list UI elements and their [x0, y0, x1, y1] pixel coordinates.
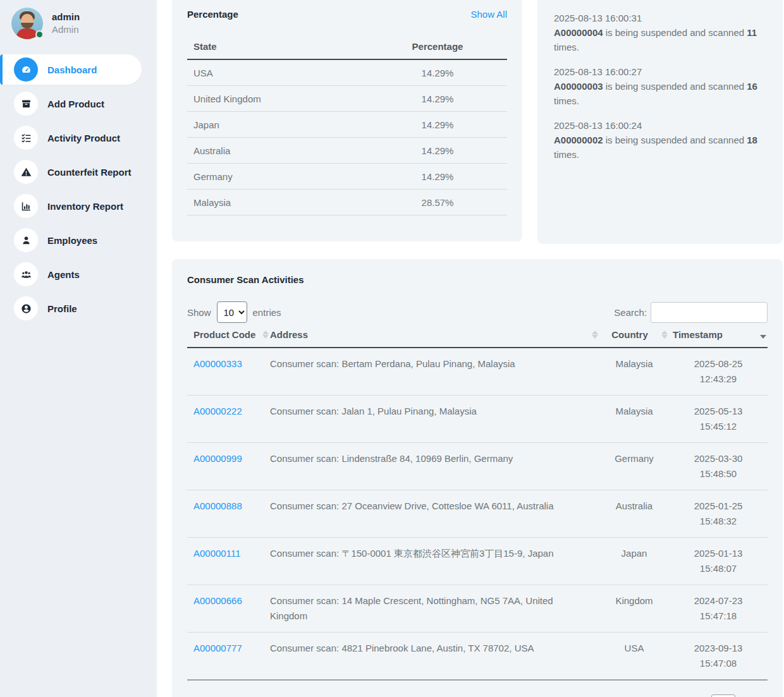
user-circle-icon: [14, 296, 38, 320]
sidebar-item-label: Agents: [47, 269, 80, 280]
percentage-panel-title: Percentage: [187, 9, 238, 20]
column-header-timestamp[interactable]: Timestamp: [669, 328, 768, 341]
sidebar-item-label: Profile: [47, 303, 77, 314]
feed-entry: 2025-08-13 16:00:31 A00000004 is being s…: [554, 11, 766, 54]
task-list-icon: [14, 126, 38, 150]
main-content: Percentage Show All State Percentage USA…: [172, 0, 783, 697]
table-row: Malaysia 28.57%: [187, 190, 507, 215]
person-icon: [14, 228, 38, 252]
sidebar-item-dashboard[interactable]: Dashboard: [0, 54, 142, 85]
timestamp-cell: 2024-07-2315:47:18: [669, 585, 768, 632]
sidebar: admin Admin Dashboard Add Product: [0, 0, 157, 697]
consumer-scan-panel: Consumer Scan Activities Show 10 entries…: [172, 259, 783, 697]
product-code-link[interactable]: A00000777: [193, 643, 242, 653]
column-header-percentage: Percentage: [368, 41, 507, 52]
table-row: A00000999 Consumer scan: Lindenstraße 84…: [187, 443, 768, 490]
feed-timestamp: 2025-08-13 16:00:31: [554, 11, 766, 25]
column-header-product-code[interactable]: Product Code: [187, 328, 270, 341]
table-row: A00000666 Consumer scan: 14 Maple Cresce…: [187, 585, 768, 633]
scan-table-header: Product Code Address Country Timestamp: [187, 328, 768, 348]
country-cell: Malaysia: [599, 348, 669, 395]
country-cell: USA: [599, 633, 669, 679]
feed-entry: 2025-08-13 16:00:27 A00000003 is being s…: [554, 64, 766, 108]
address-cell: Consumer scan: Jalan 1, Pulau Pinang, Ma…: [270, 396, 599, 442]
percentage-table: State Percentage USA 14.29% United Kingd…: [187, 41, 507, 215]
entries-label: entries: [253, 307, 281, 318]
feed-entry: 2025-08-13 16:00:24 A00000002 is being s…: [554, 118, 766, 162]
address-cell: Consumer scan: Lindenstraße 84, 10969 Be…: [270, 443, 599, 490]
timestamp-cell: 2025-05-1315:45:12: [669, 396, 768, 442]
feed-message: A00000003 is being suspended and scanned…: [554, 79, 766, 108]
sidebar-item-label: Dashboard: [47, 64, 97, 75]
sidebar-item-employees[interactable]: Employees: [0, 225, 142, 255]
sidebar-item-profile[interactable]: Profile: [0, 293, 142, 324]
table-row: A00000888 Consumer scan: 27 Oceanview Dr…: [187, 490, 768, 538]
column-header-address[interactable]: Address: [270, 328, 599, 341]
table-row: United Kingdom 14.29%: [187, 86, 507, 112]
address-cell: Consumer scan: Bertam Perdana, Pulau Pin…: [270, 348, 599, 395]
username: admin: [52, 11, 80, 23]
box-icon: [14, 92, 38, 116]
show-all-link[interactable]: Show All: [470, 9, 507, 20]
country-cell: Japan: [599, 538, 669, 585]
user-role: Admin: [52, 23, 80, 36]
user-profile: admin Admin: [0, 0, 157, 47]
timestamp-cell: 2023-09-1315:47:08: [669, 633, 768, 679]
feed-timestamp: 2025-08-13 16:00:27: [554, 64, 766, 79]
online-status-dot: [35, 30, 44, 39]
product-code-link[interactable]: A00000111: [193, 548, 241, 559]
country-cell: Malaysia: [599, 396, 669, 442]
address-cell: Consumer scan: 〒150-0001 東京都渋谷区神宮前3丁目15-…: [270, 538, 599, 585]
country-cell: Australia: [599, 490, 669, 537]
dashboard-gauge-icon: [14, 58, 38, 82]
sort-icon: [661, 330, 668, 339]
timestamp-cell: 2025-01-1315:48:07: [669, 538, 768, 585]
sidebar-item-label: Add Product: [47, 99, 104, 109]
table-row: Japan 14.29%: [187, 112, 507, 138]
page-length-select[interactable]: 10: [217, 301, 247, 323]
sidebar-item-counterfeit-report[interactable]: Counterfeit Report: [0, 157, 142, 187]
feed-timestamp: 2025-08-13 16:00:24: [554, 118, 766, 133]
show-label: Show: [187, 307, 211, 318]
column-header-state: State: [187, 41, 368, 52]
sidebar-item-add-product[interactable]: Add Product: [0, 88, 142, 119]
percentage-panel: Percentage Show All State Percentage USA…: [172, 0, 522, 241]
sidebar-item-activity-product[interactable]: Activity Product: [0, 123, 142, 153]
product-code-link[interactable]: A00000999: [193, 453, 242, 464]
search-label: Search:: [614, 307, 647, 318]
product-code-link[interactable]: A00000888: [193, 500, 242, 511]
warning-triangle-icon: [14, 160, 38, 184]
feed-message: A00000004 is being suspended and scanned…: [554, 25, 766, 54]
table-row: Germany 14.29%: [187, 164, 507, 190]
sort-icon: [592, 330, 598, 339]
avatar: [11, 8, 43, 39]
product-code-link[interactable]: A00000333: [193, 358, 242, 369]
sidebar-item-agents[interactable]: Agents: [0, 259, 142, 289]
address-cell: Consumer scan: 4821 Pinebrook Lane, Aust…: [270, 633, 599, 679]
address-cell: Consumer scan: 14 Maple Crescent, Nottin…: [270, 585, 599, 632]
column-header-country[interactable]: Country: [599, 328, 669, 341]
table-row: A00000777 Consumer scan: 4821 Pinebrook …: [187, 633, 768, 679]
feed-message: A00000002 is being suspended and scanned…: [554, 133, 766, 162]
sidebar-item-inventory-report[interactable]: Inventory Report: [0, 191, 142, 221]
scan-table-body: A00000333 Consumer scan: Bertam Perdana,…: [187, 348, 768, 681]
table-row: A00000333 Consumer scan: Bertam Perdana,…: [187, 348, 768, 396]
address-cell: Consumer scan: 27 Oceanview Drive, Cotte…: [270, 490, 599, 537]
timestamp-cell: 2025-08-2512:43:29: [669, 348, 768, 395]
activity-feed-panel: 2025-08-13 16:00:31 A00000004 is being s…: [537, 0, 783, 244]
sidebar-item-label: Counterfeit Report: [47, 167, 132, 178]
consumer-scan-title: Consumer Scan Activities: [187, 274, 768, 285]
search-input[interactable]: [651, 302, 768, 323]
table-row: USA 14.29%: [187, 60, 507, 86]
dashboard-page: admin Admin Dashboard Add Product: [0, 0, 784, 697]
timestamp-cell: 2025-03-3015:48:50: [669, 443, 768, 490]
sort-icon: [262, 330, 269, 339]
sidebar-nav: Dashboard Add Product Activity Product C…: [0, 54, 157, 324]
product-code-link[interactable]: A00000666: [193, 595, 242, 606]
product-code-link[interactable]: A00000222: [193, 406, 242, 416]
people-group-icon: [14, 262, 38, 286]
page-number-button[interactable]: 1: [711, 694, 735, 697]
table-row: A00000111 Consumer scan: 〒150-0001 東京都渋谷…: [187, 538, 768, 585]
sort-desc-icon: [760, 335, 766, 339]
pagination: Previous 1 Next: [662, 694, 768, 697]
